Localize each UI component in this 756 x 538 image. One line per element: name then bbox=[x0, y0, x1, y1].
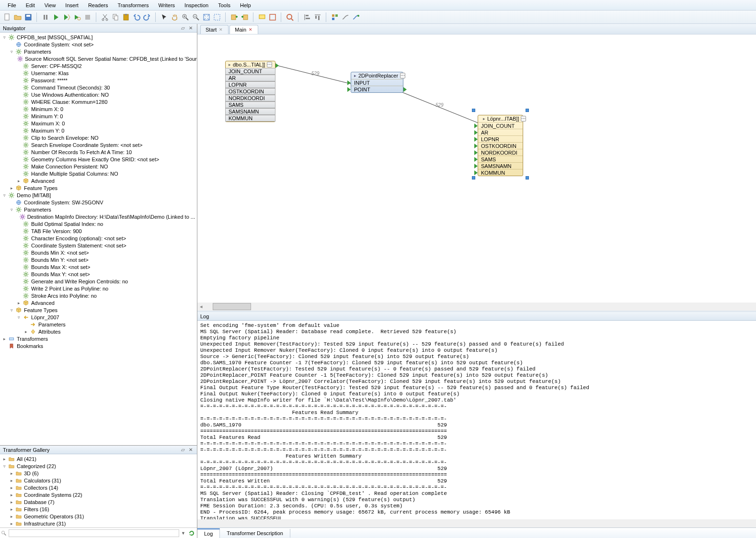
nav-reader-params[interactable]: ▿Parameters bbox=[0, 48, 197, 55]
close-icon[interactable]: ✕ bbox=[248, 27, 253, 32]
close-icon[interactable]: ✕ bbox=[218, 27, 223, 32]
reader-header[interactable]: ▸ dbo.S...TIAL]] ⋯ bbox=[226, 61, 275, 68]
gallery-search-input[interactable] bbox=[9, 529, 179, 537]
nav-reader-param-12[interactable]: Search Envelope Coordinate System: <not … bbox=[0, 141, 197, 148]
new-icon[interactable] bbox=[3, 13, 11, 22]
menu-view[interactable]: View bbox=[40, 1, 61, 10]
nav-bookmarks[interactable]: Bookmarks bbox=[0, 342, 197, 349]
nav-writer-param-9[interactable]: Generate and Write Region Centroids: no bbox=[0, 278, 197, 285]
pan-icon[interactable] bbox=[171, 13, 179, 22]
nav-reader-param-11[interactable]: Clip to Search Envelope: NO bbox=[0, 134, 197, 141]
nav-reader-param-15[interactable]: Make Connection Persistent: NO bbox=[0, 163, 197, 170]
port-nordkoordi[interactable]: NORDKOORDI bbox=[478, 149, 523, 156]
nav-writer-param-1[interactable]: Build Optimal Spatial Index: no bbox=[0, 220, 197, 227]
nav-reader-param-3[interactable]: Password: ***** bbox=[0, 77, 197, 84]
annotation-icon[interactable] bbox=[258, 13, 266, 22]
add-reader-icon[interactable] bbox=[230, 13, 239, 22]
port-samsnamn[interactable]: SAMSNAMN bbox=[225, 108, 275, 115]
gallery-refresh-icon[interactable] bbox=[187, 529, 196, 538]
nav-writer-param-11[interactable]: Stroke Arcs into Polyline: no bbox=[0, 292, 197, 299]
gallery-all[interactable]: ▸All (421) bbox=[0, 455, 197, 462]
nav-reader-advanced[interactable]: ▸Advanced bbox=[0, 177, 197, 184]
port-sams[interactable]: SAMS bbox=[225, 101, 275, 108]
gallery-cat-0[interactable]: ▸3D (6) bbox=[0, 470, 197, 477]
node-props-icon[interactable]: ⋯ bbox=[400, 73, 405, 78]
pause-icon[interactable] bbox=[41, 13, 50, 22]
cut-icon[interactable] bbox=[101, 13, 109, 22]
hscroll-thumb[interactable] bbox=[213, 303, 251, 310]
log-body[interactable]: Set encoding 'fme-system' from default v… bbox=[197, 321, 756, 519]
menu-inspection[interactable]: Inspection bbox=[180, 1, 213, 10]
bookmark-icon[interactable] bbox=[268, 13, 277, 22]
nav-writer-param-10[interactable]: Write 2 Point Line as Polyline: no bbox=[0, 285, 197, 292]
tab-start[interactable]: Start ✕ bbox=[200, 25, 229, 34]
zoom-in-icon[interactable] bbox=[181, 13, 190, 22]
nav-transformers[interactable]: ▸Transformers bbox=[0, 335, 197, 342]
nav-reader-param-14[interactable]: Geometry Columns Have Exactly One SRID: … bbox=[0, 156, 197, 163]
log-tab-log[interactable]: Log bbox=[197, 528, 220, 538]
run-prompt-icon[interactable] bbox=[62, 13, 71, 22]
menu-tools[interactable]: Tools bbox=[213, 1, 235, 10]
port-lopnr[interactable]: LOPNR bbox=[478, 135, 523, 142]
port-samsnamn[interactable]: SAMSNAMN bbox=[478, 162, 523, 169]
nav-writer-ft[interactable]: ▿Feature Types bbox=[0, 306, 197, 314]
nav-reader-ft[interactable]: ▸Feature Types bbox=[0, 184, 197, 191]
route-icon[interactable] bbox=[341, 13, 350, 22]
redo-icon[interactable] bbox=[143, 13, 151, 22]
menu-file[interactable]: File bbox=[3, 1, 21, 10]
port-kommun[interactable]: KOMMUN bbox=[478, 169, 523, 176]
port-ostkoordin[interactable]: OSTKOORDIN bbox=[225, 88, 275, 95]
port-ar[interactable]: AR bbox=[478, 129, 523, 135]
writer-node[interactable]: ▸ Löpnr...ITAB]] ⋯ JOIN_COUNTARLOPNROSTK… bbox=[478, 115, 523, 176]
port-ar[interactable]: AR bbox=[225, 75, 275, 81]
refresh-route-icon[interactable] bbox=[352, 13, 360, 22]
copy-icon[interactable] bbox=[111, 13, 120, 22]
menu-readers[interactable]: Readers bbox=[83, 1, 113, 10]
reader-node[interactable]: ▸ dbo.S...TIAL]] ⋯ JOIN_COUNTARLOPNROSTK… bbox=[225, 61, 275, 122]
gallery-cat-3[interactable]: ▸Coordinate Systems (22) bbox=[0, 491, 197, 498]
selection-handle[interactable] bbox=[526, 176, 529, 179]
run-inspect-icon[interactable] bbox=[73, 13, 81, 22]
zoom-extents-icon[interactable] bbox=[202, 13, 211, 22]
nav-ft-attrs[interactable]: ▸Attributes bbox=[0, 328, 197, 335]
menu-writers[interactable]: Writers bbox=[153, 1, 180, 10]
nav-reader-coord[interactable]: Coordinate System: <not set> bbox=[0, 41, 197, 48]
nav-reader-param-0[interactable]: Source Microsoft SQL Server Spatial Name… bbox=[0, 55, 197, 62]
nav-writer-coord[interactable]: Coordinate System: SW-25GONV bbox=[0, 199, 197, 206]
port-input[interactable]: INPUT bbox=[351, 79, 403, 86]
nav-writer-root[interactable]: ▿Demo [MITAB] bbox=[0, 191, 197, 199]
nav-reader-param-13[interactable]: Number Of Records To Fetch At A Time: 10 bbox=[0, 148, 197, 156]
align-top-icon[interactable] bbox=[313, 13, 322, 22]
log-tab-desc[interactable]: Transformer Description bbox=[220, 529, 290, 538]
nav-reader-root[interactable]: ▿CPFDB_test [MSSQL_SPATIAL] bbox=[0, 34, 197, 41]
nav-reader-param-6[interactable]: WHERE Clause: Kommun=1280 bbox=[0, 98, 197, 105]
nav-writer-param-5[interactable]: Bounds Min X: <not set> bbox=[0, 249, 197, 256]
gallery-cat-4[interactable]: ▸Database (7) bbox=[0, 498, 197, 505]
canvas[interactable]: 529 529 ▸ dbo.S...TIAL]] ⋯ JOIN_COUNTARL… bbox=[197, 34, 756, 303]
nav-writer-ft-child[interactable]: ▿Löpnr_2007 bbox=[0, 314, 197, 321]
port-join_count[interactable]: JOIN_COUNT bbox=[225, 68, 275, 75]
panel-close-icon[interactable]: ✕ bbox=[187, 25, 194, 32]
layout-icon[interactable] bbox=[331, 13, 339, 22]
run-icon[interactable] bbox=[52, 13, 60, 22]
stop-icon[interactable] bbox=[83, 13, 92, 22]
node-props-icon[interactable]: ⋯ bbox=[267, 62, 272, 67]
selection-handle[interactable] bbox=[472, 176, 475, 179]
selection-handle[interactable] bbox=[472, 109, 475, 112]
align-left-icon[interactable] bbox=[303, 13, 311, 22]
transformer-header[interactable]: ▸ 2DPointReplacer ⋯ bbox=[351, 72, 403, 79]
selection-handle[interactable] bbox=[526, 109, 529, 112]
port-nordkoordi[interactable]: NORDKOORDI bbox=[225, 95, 275, 101]
nav-reader-param-16[interactable]: Handle Multiple Spatial Columns: NO bbox=[0, 170, 197, 177]
port-sams[interactable]: SAMS bbox=[478, 156, 523, 162]
zoom-selected-icon[interactable] bbox=[213, 13, 221, 22]
nav-reader-param-2[interactable]: Username: Klas bbox=[0, 69, 197, 77]
log-hscroll[interactable] bbox=[197, 519, 756, 527]
canvas-hscroll[interactable]: ◂ bbox=[197, 303, 756, 311]
nav-writer-param-6[interactable]: Bounds Min Y: <not set> bbox=[0, 256, 197, 263]
panel-close-icon[interactable]: ✕ bbox=[187, 447, 194, 453]
menu-edit[interactable]: Edit bbox=[21, 1, 40, 10]
nav-reader-param-8[interactable]: Minimum Y: 0 bbox=[0, 112, 197, 120]
nav-reader-param-9[interactable]: Maximum X: 0 bbox=[0, 120, 197, 127]
nav-writer-param-8[interactable]: Bounds Max Y: <not set> bbox=[0, 270, 197, 278]
